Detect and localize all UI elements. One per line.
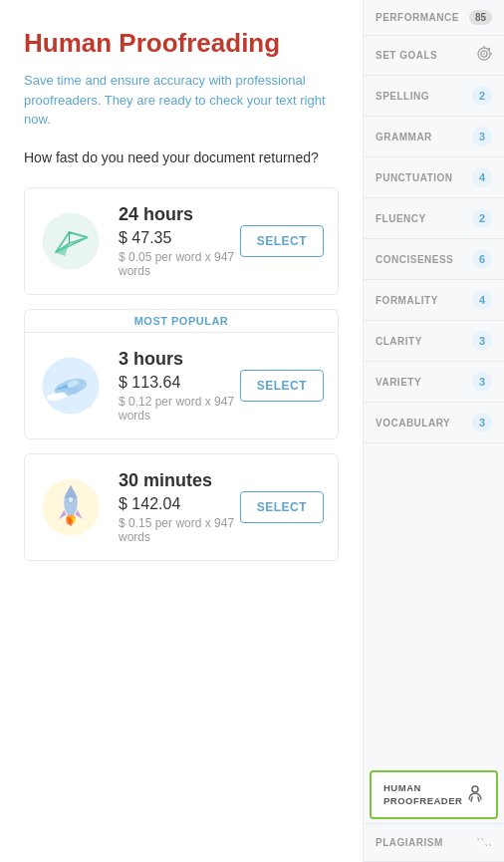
sidebar-clarity[interactable]: CLARITY 3 — [364, 321, 504, 362]
sidebar-punctuation[interactable]: PUNCTUATION 4 — [364, 157, 504, 198]
clarity-badge: 3 — [472, 331, 492, 351]
svg-line-34 — [478, 797, 479, 801]
plagiarism-icon — [476, 834, 492, 851]
sidebar-vocabulary[interactable]: VOCABULARY 3 — [364, 403, 504, 443]
plagiarism-label: PLAGIARISM — [376, 837, 443, 848]
fluency-badge: 2 — [472, 208, 492, 228]
sidebar-fluency[interactable]: FLUENCY 2 — [364, 198, 504, 239]
select-30minutes-button[interactable]: SELECT — [240, 491, 324, 523]
svg-line-33 — [471, 797, 472, 801]
option-30minutes-time: 30 minutes — [119, 470, 240, 491]
option-24hours: 24 hours $ 47.35 $ 0.05 per word x 947 w… — [24, 187, 339, 295]
vocabulary-label: VOCABULARY — [376, 418, 450, 429]
option-3hours-info: 3 hours $ 113.64 $ 0.12 per word x 947 w… — [119, 349, 240, 423]
sidebar-variety[interactable]: VARIETY 3 — [364, 362, 504, 403]
punctuation-label: PUNCTUATION — [376, 172, 453, 183]
option-24hours-time: 24 hours — [119, 204, 240, 225]
svg-point-13 — [57, 392, 68, 398]
option-24hours-detail: $ 0.05 per word x 947 words — [119, 250, 240, 278]
performance-score: 85 — [469, 10, 492, 25]
paper-plane-icon — [39, 209, 103, 273]
svg-point-24 — [69, 518, 73, 526]
performance-label: PERFORMANCE — [376, 12, 459, 23]
svg-point-14 — [47, 395, 56, 401]
option-3hours-detail: $ 0.12 per word x 947 words — [119, 395, 240, 423]
clarity-label: CLARITY — [376, 336, 422, 347]
sidebar-set-goals[interactable]: SET GOALS — [364, 36, 504, 76]
sidebar-formality[interactable]: FORMALITY 4 — [364, 280, 504, 321]
select-3hours-button[interactable]: SELECT — [240, 370, 324, 402]
subtitle: Save time and ensure accuracy with profe… — [24, 71, 339, 130]
option-24hours-info: 24 hours $ 47.35 $ 0.05 per word x 947 w… — [119, 204, 240, 278]
vocabulary-badge: 3 — [472, 413, 492, 432]
formality-badge: 4 — [472, 290, 492, 310]
sidebar: PERFORMANCE 85 SET GOALS SPELLING 2 GRAM… — [363, 0, 504, 862]
question: How fast do you need your document retur… — [24, 149, 339, 165]
svg-point-18 — [68, 496, 74, 502]
svg-point-32 — [472, 786, 478, 792]
formality-label: FORMALITY — [376, 295, 438, 306]
option-30minutes: 30 minutes $ 142.04 $ 0.15 per word x 94… — [24, 453, 339, 561]
option-3hours-price: $ 113.64 — [119, 374, 240, 392]
option-24hours-price: $ 47.35 — [119, 229, 240, 247]
sidebar-performance: PERFORMANCE 85 — [364, 0, 504, 36]
sidebar-spacer — [364, 443, 504, 766]
set-goals-icon — [476, 46, 492, 65]
option-30minutes-info: 30 minutes $ 142.04 $ 0.15 per word x 94… — [119, 470, 240, 544]
sidebar-human-proofreader[interactable]: HUMANPROOFREADER — [370, 770, 498, 819]
human-proofreader-icon — [466, 784, 484, 805]
spelling-label: SPELLING — [376, 91, 429, 102]
conciseness-label: CONCISENESS — [376, 254, 453, 265]
option-30minutes-price: $ 142.04 — [119, 495, 240, 513]
option-3hours: 3 hours $ 113.64 $ 0.12 per word x 947 w… — [24, 332, 339, 439]
page-title: Human Proofreading — [24, 28, 339, 59]
option-3hours-time: 3 hours — [119, 349, 240, 370]
sidebar-conciseness[interactable]: CONCISENESS 6 — [364, 239, 504, 280]
grammar-label: GRAMMAR — [376, 132, 432, 143]
punctuation-badge: 4 — [472, 167, 492, 187]
spelling-badge: 2 — [472, 86, 492, 106]
svg-point-29 — [483, 53, 485, 55]
sidebar-grammar[interactable]: GRAMMAR 3 — [364, 117, 504, 157]
sidebar-spelling[interactable]: SPELLING 2 — [364, 76, 504, 117]
popular-badge: MOST POPULAR — [24, 309, 339, 332]
conciseness-badge: 6 — [472, 249, 492, 269]
sidebar-plagiarism[interactable]: PLAGIARISM — [364, 823, 504, 862]
select-24hours-button[interactable]: SELECT — [240, 225, 324, 257]
variety-badge: 3 — [472, 372, 492, 392]
svg-point-0 — [43, 212, 100, 269]
airplane-icon — [39, 354, 103, 418]
option-30minutes-detail: $ 0.15 per word x 947 words — [119, 516, 240, 544]
option-3hours-wrapper: MOST POPULAR — [24, 309, 339, 439]
main-content: Human Proofreading Save time and ensure … — [0, 0, 363, 862]
rocket-icon — [39, 475, 103, 539]
human-proofreader-label: HUMANPROOFREADER — [383, 782, 462, 807]
fluency-label: FLUENCY — [376, 213, 426, 224]
set-goals-label: SET GOALS — [376, 50, 437, 61]
grammar-badge: 3 — [472, 127, 492, 146]
variety-label: VARIETY — [376, 377, 421, 388]
